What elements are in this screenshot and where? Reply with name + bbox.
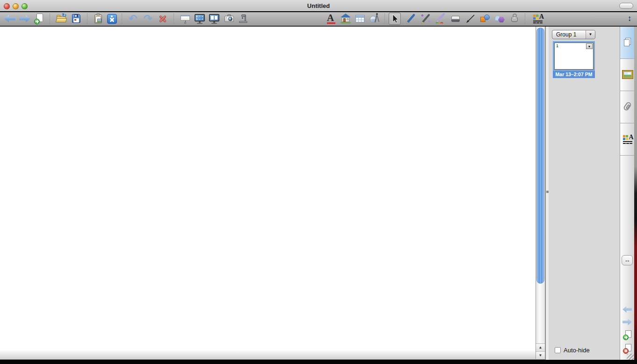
- home-button[interactable]: [340, 13, 352, 25]
- insert-table-button[interactable]: [354, 13, 366, 25]
- shapes-button[interactable]: [478, 13, 491, 25]
- measurement-tools-button[interactable]: [369, 13, 381, 25]
- palette-a-icon: A: [532, 13, 544, 25]
- page-canvas[interactable]: [0, 27, 536, 350]
- page-thumbnail[interactable]: 1 ▼: [553, 41, 595, 71]
- next-page-button[interactable]: [19, 13, 31, 25]
- toolbar-separator: [87, 14, 87, 24]
- line-tool-button[interactable]: [464, 13, 477, 25]
- arrow-left-icon: [4, 13, 16, 25]
- group-selector[interactable]: Group 1 ▼: [552, 30, 595, 39]
- auto-hide-control: Auto-hide: [555, 347, 590, 354]
- side-tab-strip: A ↔: [620, 27, 634, 360]
- camera-icon: [223, 13, 235, 25]
- save-button[interactable]: [70, 13, 82, 25]
- window-title: Untitled: [0, 2, 637, 9]
- sidebar-splitter[interactable]: [545, 27, 549, 360]
- toolbar-position-toggle-button[interactable]: ↕: [623, 13, 636, 25]
- toolbar-separator: [50, 14, 50, 24]
- picture-frame-icon: [622, 69, 634, 81]
- properties-button[interactable]: A: [532, 13, 544, 25]
- highlighter-button[interactable]: [434, 13, 447, 25]
- polygon-icon: [493, 13, 506, 25]
- previous-page-button[interactable]: [4, 13, 16, 25]
- tab-attachments[interactable]: [620, 91, 635, 123]
- add-page-button[interactable]: [623, 330, 632, 341]
- screen-capture-button[interactable]: [223, 13, 235, 25]
- pages-icon: [622, 36, 634, 49]
- delete-page-button[interactable]: [623, 344, 632, 354]
- undo-button[interactable]: ↶: [127, 13, 139, 25]
- magic-pen-icon: [420, 13, 432, 25]
- page-timestamp: Mar 13–2:07 PM: [553, 71, 595, 78]
- toolbar-hide-lozenge[interactable]: [619, 3, 633, 9]
- page-sorter-panel: Group 1 ▼ 1 ▼ Mar 13–2:07 PM Auto-hide: [549, 27, 620, 360]
- tab-properties[interactable]: A: [620, 123, 635, 156]
- tab-gallery[interactable]: [620, 59, 635, 91]
- pen-tool-button[interactable]: [405, 13, 417, 25]
- scroll-up-button[interactable]: ▲: [536, 343, 545, 351]
- document-camera-button[interactable]: [237, 13, 249, 25]
- cursor-icon: [389, 13, 401, 25]
- auto-hide-label: Auto-hide: [564, 347, 590, 354]
- screen-bottom-edge: [0, 360, 637, 364]
- application-window: Untitled ↻ ↶ ↷: [0, 0, 637, 364]
- paint-bucket-icon: [508, 13, 521, 25]
- toolbar-separator: [525, 14, 525, 24]
- delete-button[interactable]: [157, 13, 169, 25]
- fill-button[interactable]: [508, 13, 521, 25]
- open-folder-icon: ↻: [55, 13, 67, 25]
- title-bar[interactable]: Untitled: [0, 0, 637, 11]
- page-thumbnail-preview[interactable]: 1 ▼: [554, 43, 594, 70]
- canvas-scrollbar[interactable]: ▲ ▼: [536, 27, 545, 359]
- eraser-button[interactable]: [449, 13, 462, 25]
- group-selector-label: Group 1: [552, 31, 586, 38]
- arrow-right-icon: [19, 13, 31, 25]
- shapes-icon: [478, 13, 491, 25]
- desktop-background-edge: [634, 27, 637, 360]
- next-page-nav-button[interactable]: [623, 319, 632, 325]
- toolbar-separator: [122, 14, 122, 24]
- redo-button[interactable]: ↷: [142, 13, 154, 25]
- pen-icon: [405, 13, 417, 25]
- red-x-icon: [157, 13, 169, 25]
- smart-board-tools-button[interactable]: [106, 13, 118, 25]
- full-screen-button[interactable]: [194, 13, 206, 25]
- line-icon: [464, 13, 477, 25]
- scroll-down-button[interactable]: ▼: [536, 351, 545, 359]
- save-floppy-icon: [70, 13, 82, 25]
- select-tool-button[interactable]: [389, 13, 401, 25]
- paste-button[interactable]: [92, 13, 104, 25]
- full-screen-monitor-icon: [194, 13, 206, 25]
- page-menu-dropdown-icon[interactable]: ▼: [586, 43, 593, 49]
- vertical-arrows-icon: ↕: [623, 13, 636, 25]
- window-resize-grip[interactable]: [627, 354, 634, 360]
- smart-logo-icon: [106, 13, 118, 25]
- window-bottom-bar: [0, 350, 545, 360]
- open-button[interactable]: ↻: [55, 13, 67, 25]
- toolbar-separator: [384, 14, 385, 24]
- page-number: 1: [556, 43, 558, 48]
- previous-page-nav-button[interactable]: [623, 306, 632, 313]
- dual-page-monitor-icon: [208, 13, 220, 25]
- paste-clipboard-icon: [92, 13, 104, 25]
- polygons-button[interactable]: [493, 13, 506, 25]
- highlighter-icon: [434, 13, 447, 25]
- new-page-button[interactable]: [33, 13, 45, 25]
- palette-a-icon: A: [622, 133, 634, 145]
- insert-text-button[interactable]: A: [325, 13, 337, 25]
- text-a-icon: A: [325, 13, 337, 25]
- document-camera-icon: [237, 13, 249, 25]
- chevron-down-icon[interactable]: ▼: [586, 30, 595, 39]
- house-icon: [340, 13, 352, 25]
- auto-hide-checkbox[interactable]: [555, 347, 561, 353]
- screen-shade-button[interactable]: [179, 13, 191, 25]
- undo-icon: ↶: [127, 13, 139, 25]
- eraser-icon: [449, 13, 462, 25]
- creative-pen-button[interactable]: [420, 13, 432, 25]
- dual-page-display-button[interactable]: [208, 13, 220, 25]
- tab-page-sorter[interactable]: [620, 27, 635, 59]
- toolbar-separator: [174, 14, 174, 24]
- flip-sidebar-button[interactable]: ↔: [622, 255, 633, 265]
- scrollbar-thumb[interactable]: [536, 28, 544, 284]
